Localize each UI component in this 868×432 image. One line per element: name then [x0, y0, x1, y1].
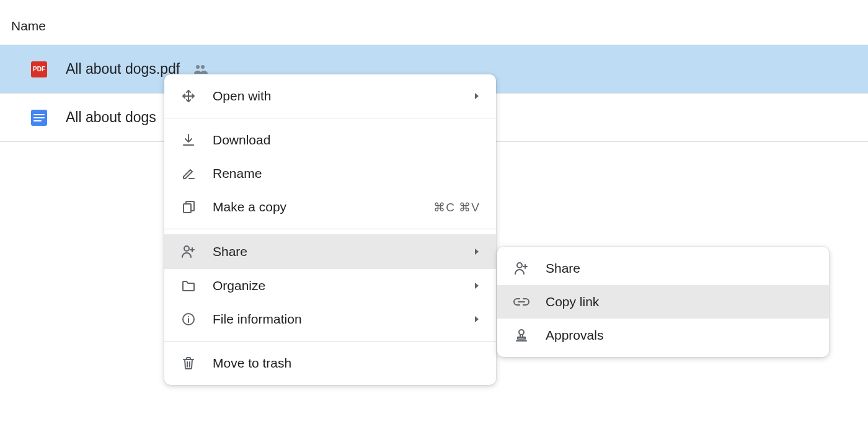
chevron-right-icon — [474, 247, 480, 256]
menu-open-with[interactable]: Open with — [164, 79, 496, 113]
pencil-icon — [180, 167, 197, 180]
submenu-share[interactable]: Share — [497, 252, 829, 285]
doc-icon — [31, 110, 47, 126]
menu-organize[interactable]: Organize — [164, 269, 496, 302]
menu-label: Make a copy — [213, 200, 417, 214]
menu-label: Copy link — [546, 294, 813, 309]
menu-label: Share — [213, 244, 458, 259]
menu-label: Move to trash — [213, 356, 480, 371]
menu-label: Approvals — [546, 328, 813, 343]
divider — [164, 341, 496, 342]
menu-move-to-trash[interactable]: Move to trash — [164, 346, 496, 380]
share-submenu: Share Copy link Approvals — [497, 247, 829, 357]
chevron-right-icon — [474, 281, 480, 290]
submenu-approvals[interactable]: Approvals — [497, 319, 829, 352]
column-header-name[interactable]: Name — [0, 0, 868, 45]
svg-point-5 — [517, 263, 522, 268]
svg-point-0 — [196, 65, 200, 69]
menu-label: Organize — [213, 278, 458, 293]
move-icon — [180, 89, 197, 103]
link-icon — [513, 298, 529, 306]
menu-label: Rename — [213, 166, 480, 181]
divider — [164, 118, 496, 118]
menu-label: Open with — [213, 89, 458, 104]
file-name-label: All about dogs — [66, 109, 156, 126]
menu-label: File information — [213, 312, 458, 327]
shortcut-label: ⌘C ⌘V — [433, 200, 480, 214]
trash-icon — [180, 356, 197, 370]
menu-share[interactable]: Share — [164, 235, 496, 268]
person-add-icon — [513, 262, 529, 275]
person-add-icon — [180, 245, 197, 258]
chevron-right-icon — [474, 92, 480, 100]
submenu-copy-link[interactable]: Copy link — [497, 285, 829, 319]
menu-file-info[interactable]: File information — [164, 302, 496, 336]
file-name-label: All about dogs.pdf — [66, 61, 180, 77]
info-icon — [180, 312, 197, 326]
download-icon — [180, 133, 197, 147]
divider — [164, 229, 496, 229]
svg-rect-2 — [184, 204, 191, 213]
menu-make-copy[interactable]: Make a copy ⌘C ⌘V — [164, 190, 496, 224]
menu-rename[interactable]: Rename — [164, 157, 496, 190]
menu-download[interactable]: Download — [164, 123, 496, 157]
svg-point-1 — [201, 65, 205, 69]
pdf-icon: PDF — [31, 61, 47, 77]
chevron-right-icon — [474, 315, 480, 324]
context-menu: Open with Download Rename Make a copy ⌘C… — [164, 74, 496, 385]
menu-label: Share — [546, 261, 813, 276]
folder-icon — [180, 280, 197, 292]
shared-icon — [193, 64, 208, 74]
stamp-icon — [513, 328, 529, 342]
copy-icon — [180, 200, 197, 214]
menu-label: Download — [213, 133, 480, 148]
svg-point-6 — [519, 330, 524, 335]
svg-point-3 — [184, 246, 189, 251]
